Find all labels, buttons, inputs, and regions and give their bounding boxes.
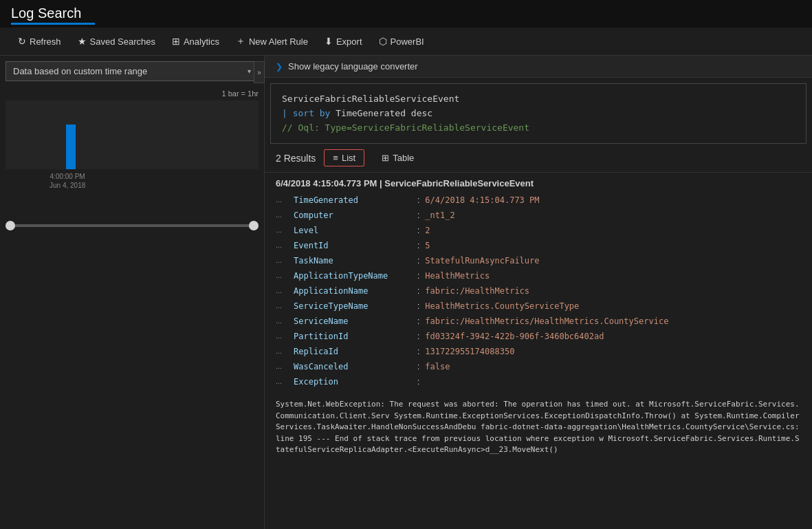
log-field-row: ... ApplicationTypeName : HealthMetrics [276,268,801,283]
new-alert-label: New Alert Rule [249,36,308,47]
bar-scale-label: 1 bar = 1hr [6,89,259,98]
expand-icon[interactable]: ... [276,285,289,296]
slider-track [6,224,259,227]
log-fields: ... TimeGenerated : 6/4/2018 4:15:04.773… [276,193,801,389]
query-line-2: | sort by TimeGenerated desc [282,107,795,121]
table-view-button[interactable]: ⊞ Table [373,149,423,166]
analytics-label: Analytics [184,36,219,47]
expand-icon[interactable]: ... [276,330,289,342]
log-field-row: ... ApplicationName : fabric:/HealthMetr… [276,283,801,299]
field-name: Computer [294,209,417,222]
toolbar: ↻ Refresh ★ Saved Searches ⊞ Analytics ＋… [0,28,812,56]
results-count: 2 Results [276,153,316,164]
field-value: _nt1_2 [425,209,454,222]
field-colon: : [417,194,419,206]
field-value: HealthMetrics [425,270,490,282]
refresh-button[interactable]: ↻ Refresh [11,32,68,50]
field-colon: : [417,209,419,222]
time-range-dropdown[interactable]: Data based on custom time range ▾ [6,61,259,81]
saved-searches-button[interactable]: ★ Saved Searches [71,32,162,50]
field-name: TimeGenerated [294,194,417,206]
powerbi-label: PowerBI [391,36,424,47]
page-title: Log Search [11,6,81,21]
log-entry-header: 6/4/2018 4:15:04.773 PM | ServiceFabricR… [276,178,801,188]
expand-icon[interactable]: ... [276,255,289,266]
field-colon: : [417,239,419,252]
chevron-right-icon: ❯ [276,62,283,72]
log-entry: 6/4/2018 4:15:04.773 PM | ServiceFabricR… [265,172,812,395]
field-value: 2 [425,224,430,237]
log-field-row: ... ServiceName : fabric:/HealthMetrics/… [276,314,801,329]
left-panel: » Data based on custom time range ▾ 1 ba… [0,56,265,529]
field-value: StatefulRunAsyncFailure [425,255,539,267]
field-name: Exception [294,376,417,388]
log-field-row: ... ReplicaId : 131722955174088350 [276,344,801,359]
field-value: 6/4/2018 4:15:04.773 PM [425,194,539,206]
field-colon: : [417,300,419,312]
export-button[interactable]: ⬇ Export [318,32,369,50]
list-view-label: List [342,153,355,163]
expand-icon[interactable]: ... [276,194,289,206]
log-field-row: ... Exception : [276,374,801,389]
field-name: ApplicationTypeName [294,270,417,282]
collapse-button[interactable]: » [254,61,265,83]
field-colon: : [417,255,419,267]
export-label: Export [336,36,362,47]
expand-icon[interactable]: ... [276,209,289,221]
log-field-row: ... Computer : _nt1_2 [276,208,801,223]
expand-icon[interactable]: ... [276,224,289,236]
expand-icon[interactable]: ... [276,315,289,327]
field-name: Level [294,224,417,237]
grid-icon: ⊞ [172,36,180,47]
download-icon: ⬇ [325,36,333,47]
list-icon: ≡ [333,153,338,163]
slider-handle-left[interactable] [6,221,15,230]
field-colon: : [417,376,419,388]
axis-time-label: 4:00:00 PM Jun 4, 2018 [50,172,85,190]
field-colon: : [417,345,419,358]
legacy-converter-bar[interactable]: ❯ Show legacy language converter [265,56,812,78]
time-range-label: Data based on custom time range [13,66,147,76]
chevron-down-icon: ▾ [248,67,251,75]
query-line-3: // Oql: Type=ServiceFabricReliableServic… [282,121,795,136]
field-name: WasCanceled [294,360,417,373]
expand-icon[interactable]: ... [276,300,289,312]
log-field-row: ... PartitionId : fd03324f-3942-422b-906… [276,329,801,344]
field-name: ServiceName [294,315,417,327]
time-chart: 4:00:00 PM Jun 4, 2018 [6,100,259,197]
refresh-icon: ↻ [18,36,26,47]
log-field-row: ... ServiceTypeName : HealthMetrics.Coun… [276,299,801,314]
field-value: fabric:/HealthMetrics/HealthMetrics.Coun… [425,315,668,327]
log-field-row: ... Level : 2 [276,223,801,238]
chart-area [6,100,259,169]
main-layout: » Data based on custom time range ▾ 1 ba… [0,56,812,529]
saved-searches-label: Saved Searches [90,36,155,47]
right-panel: ❯ Show legacy language converter Service… [265,56,812,529]
expand-icon[interactable]: ... [276,345,289,357]
query-editor[interactable]: ServiceFabricReliableServiceEvent | sort… [270,83,806,144]
title-underline [11,23,95,25]
log-field-row: ... TaskName : StatefulRunAsyncFailure [276,253,801,268]
table-view-label: Table [393,153,414,163]
powerbi-button[interactable]: ⬡ PowerBI [372,32,431,50]
field-value: 131722955174088350 [425,345,514,358]
list-view-button[interactable]: ≡ List [324,149,364,166]
expand-icon[interactable]: ... [276,239,289,251]
plus-icon: ＋ [236,35,245,47]
analytics-button[interactable]: ⊞ Analytics [165,32,226,50]
field-colon: : [417,285,419,297]
field-name: EventId [294,239,417,252]
table-icon: ⊞ [382,153,389,163]
powerbi-icon: ⬡ [379,36,387,47]
field-name: ApplicationName [294,285,417,297]
exception-text: System.Net.WebException: The request was… [265,395,812,460]
expand-icon[interactable]: ... [276,376,289,387]
log-field-row: ... WasCanceled : false [276,359,801,374]
expand-icon[interactable]: ... [276,270,289,281]
new-alert-button[interactable]: ＋ New Alert Rule [229,32,315,51]
field-name: ServiceTypeName [294,300,417,312]
slider-handle-right[interactable] [249,221,259,230]
refresh-label: Refresh [30,36,61,47]
range-slider[interactable] [6,224,259,227]
expand-icon[interactable]: ... [276,360,289,372]
